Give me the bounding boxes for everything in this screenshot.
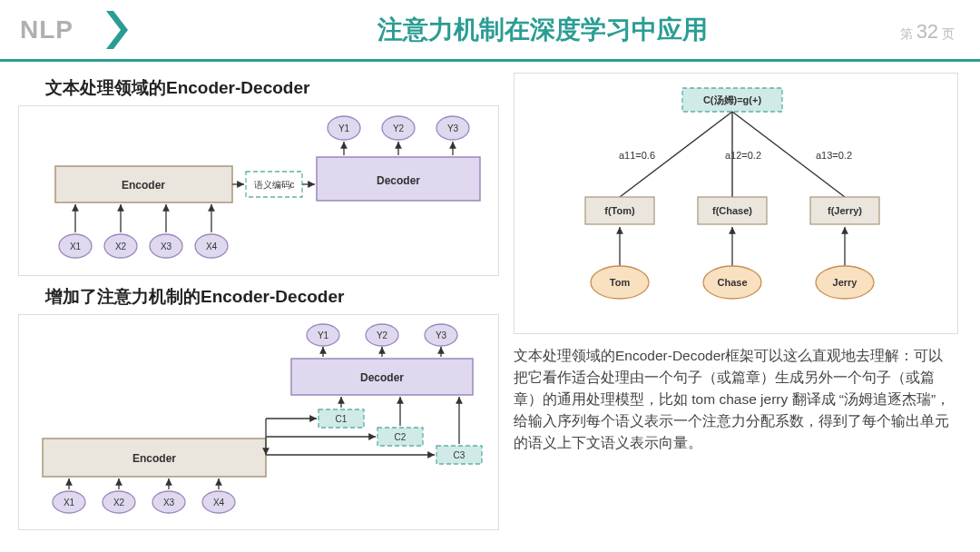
slide-content: 文本处理领域的Encoder-Decoder Encoder 语义编码c Dec…: [0, 62, 980, 530]
svg-text:C1: C1: [336, 414, 348, 424]
svg-text:X2: X2: [115, 242, 127, 251]
svg-text:Y3: Y3: [436, 330, 447, 340]
diagram-encoder-decoder-attention: Decoder Y1 Y2 Y3 C1 C2 C3: [18, 314, 499, 530]
svg-text:X3: X3: [163, 498, 175, 508]
svg-text:C3: C3: [454, 450, 466, 460]
left-column: 文本处理领域的Encoder-Decoder Encoder 语义编码c Dec…: [18, 73, 499, 530]
page-number: 第 32 页: [900, 20, 955, 44]
semantic-label: 语义编码c: [254, 180, 295, 190]
encoder-label-2: Encoder: [132, 452, 176, 465]
explanation-paragraph: 文本处理领域的Encoder-Decoder框架可以这么直观地去理解：可以把它看…: [514, 345, 958, 454]
right-column: C(汤姆)=g(+) a11=0.6 a12=0.2 a13=0.2 f(Tom…: [514, 73, 958, 530]
svg-text:X4: X4: [206, 242, 218, 251]
y-nodes: Y1 Y2 Y3: [328, 116, 469, 155]
svg-text:Y1: Y1: [338, 123, 350, 133]
svg-text:f(Tom): f(Tom): [604, 205, 635, 216]
svg-text:Jerry: Jerry: [833, 277, 858, 288]
svg-text:Chase: Chase: [717, 277, 747, 288]
svg-text:a13=0.2: a13=0.2: [816, 150, 852, 161]
brand-logo: NLP: [20, 15, 74, 44]
slide-header: NLP 注意力机制在深度学习中应用 第 32 页: [0, 0, 980, 62]
diagram-encoder-decoder-basic: Encoder 语义编码c Decoder Y1 Y2: [18, 105, 499, 276]
svg-text:Y2: Y2: [377, 330, 388, 340]
slide-title: 注意力机制在深度学习中应用: [141, 13, 944, 47]
section2-title: 增加了注意力机制的Encoder-Decoder: [45, 285, 499, 309]
svg-text:f(Chase): f(Chase): [712, 205, 752, 216]
svg-text:a12=0.2: a12=0.2: [725, 150, 761, 161]
svg-text:X3: X3: [161, 242, 172, 251]
encoder-label: Encoder: [122, 179, 165, 192]
svg-text:X1: X1: [70, 242, 82, 251]
diagram-attention-weights: C(汤姆)=g(+) a11=0.6 a12=0.2 a13=0.2 f(Tom…: [514, 73, 958, 334]
svg-text:a11=0.6: a11=0.6: [619, 150, 655, 161]
svg-text:Y3: Y3: [447, 123, 459, 133]
svg-text:X1: X1: [64, 498, 75, 508]
svg-text:Y1: Y1: [318, 330, 329, 340]
svg-text:Tom: Tom: [610, 277, 631, 288]
svg-text:Y2: Y2: [393, 123, 405, 133]
svg-text:X4: X4: [213, 498, 225, 508]
svg-text:C2: C2: [395, 432, 407, 442]
svg-marker-0: [106, 11, 128, 49]
x-nodes: X1 X2 X3 X4: [59, 204, 228, 258]
decoder-label-2: Decoder: [360, 371, 404, 384]
section1-title: 文本处理领域的Encoder-Decoder: [45, 76, 499, 100]
att-output: C(汤姆)=g(+): [703, 94, 762, 105]
svg-text:X2: X2: [113, 498, 125, 508]
svg-text:f(Jerry): f(Jerry): [828, 205, 862, 216]
decoder-label: Decoder: [377, 174, 420, 187]
chevron-right-icon: [101, 7, 141, 53]
